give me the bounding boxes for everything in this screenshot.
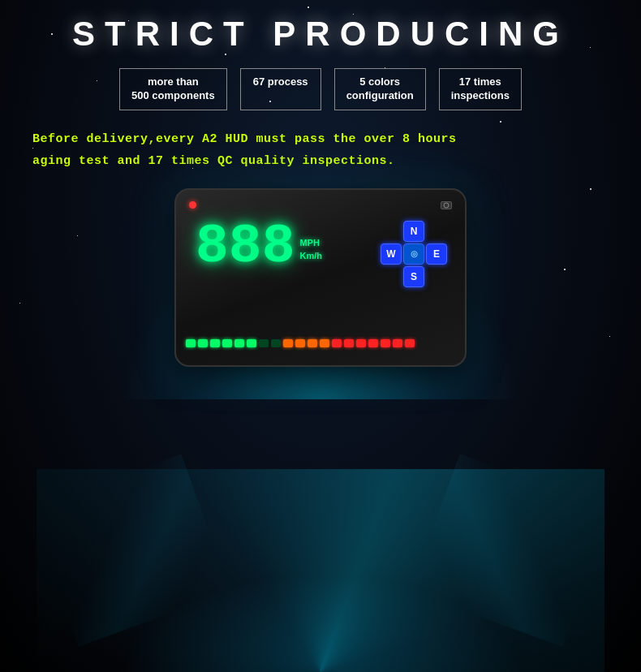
stat-colors-line2: configuration: [346, 89, 414, 101]
compass-empty-tl: [381, 221, 402, 242]
bottom-sweep-glow: [37, 469, 604, 672]
unit-mph: MPH: [299, 237, 322, 249]
progress-bar: [186, 339, 455, 347]
stat-colors: 5 colors configuration: [334, 68, 426, 110]
description-block: Before delivery,every A2 HUD must pass t…: [32, 128, 609, 172]
speed-digit-2: 8: [229, 219, 259, 274]
prog-dot-5: [234, 339, 244, 347]
prog-dot-6: [247, 339, 256, 347]
sensor-icon: [441, 201, 452, 209]
right-light-beam: [410, 454, 613, 647]
prog-dot-7: [259, 339, 269, 347]
page-content: STRICT PRODUCING more than 500 component…: [0, 0, 641, 672]
stat-process-label: 67 process: [253, 75, 308, 88]
description-line1: Before delivery,every A2 HUD must pass t…: [32, 132, 457, 146]
prog-dot-10: [295, 339, 305, 347]
speed-unit: MPH Km/h: [299, 237, 322, 262]
compass-center: ◎: [403, 243, 424, 265]
compass-empty-tr: [426, 221, 447, 242]
compass-empty-bl: [381, 266, 402, 287]
prog-dot-11: [308, 339, 317, 347]
hud-device: 8 8 8 MPH Km/h N W: [174, 188, 467, 367]
stat-inspections-line2: inspections: [451, 89, 510, 101]
compass-empty-br: [426, 266, 447, 287]
prog-dot-12: [320, 339, 329, 347]
unit-kmh: Km/h: [299, 250, 322, 262]
stat-process: 67 process: [240, 68, 321, 110]
compass-display: N W ◎ E S: [381, 221, 447, 287]
prog-dot-16: [368, 339, 378, 347]
stats-row: more than 500 components 67 process 5 co…: [0, 68, 641, 110]
prog-dot-15: [356, 339, 366, 347]
prog-dot-2: [198, 339, 208, 347]
stat-inspections-line1: 17 times: [459, 75, 501, 88]
description-line2: aging test and 17 times QC quality inspe…: [32, 154, 395, 168]
prog-dot-14: [344, 339, 354, 347]
prog-dot-4: [222, 339, 232, 347]
stat-components-line1: more than: [148, 75, 199, 88]
prog-dot-18: [393, 339, 402, 347]
prog-dot-9: [283, 339, 293, 347]
prog-dot-19: [405, 339, 415, 347]
device-area: 8 8 8 MPH Km/h N W: [0, 188, 641, 367]
compass-south: S: [403, 266, 424, 287]
prog-dot-8: [271, 339, 281, 347]
compass-east: E: [426, 243, 447, 265]
indicator-light-red: [189, 201, 196, 209]
page-title: STRICT PRODUCING: [0, 0, 641, 54]
speed-digit-3: 8: [262, 219, 292, 274]
prog-dot-1: [186, 339, 196, 347]
compass-west: W: [381, 243, 402, 265]
prog-dot-17: [381, 339, 390, 347]
stat-colors-line1: 5 colors: [359, 75, 400, 88]
stat-inspections: 17 times inspections: [439, 68, 522, 110]
stat-components: more than 500 components: [119, 68, 227, 110]
prog-dot-13: [332, 339, 342, 347]
left-light-beam: [28, 454, 231, 647]
speed-digit-1: 8: [196, 219, 226, 274]
bottom-glow: [118, 575, 523, 672]
prog-dot-3: [210, 339, 220, 347]
compass-north: N: [403, 221, 424, 242]
stat-components-line2: 500 components: [131, 89, 215, 101]
